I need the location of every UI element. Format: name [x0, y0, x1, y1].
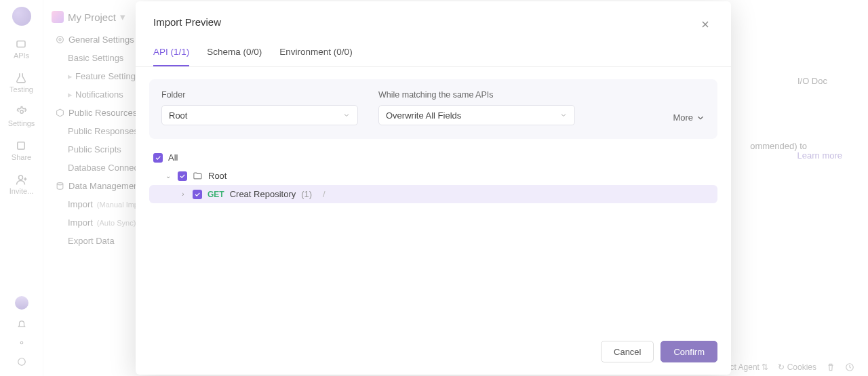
- cookies-status[interactable]: ↻ Cookies: [778, 362, 816, 372]
- more-toggle[interactable]: More: [673, 112, 705, 125]
- notifications-label: Notifications: [75, 89, 123, 100]
- app-logo: [12, 7, 31, 26]
- http-method: GET: [208, 190, 224, 199]
- api-name: Creat Repository: [230, 189, 296, 199]
- more-label: More: [673, 112, 693, 123]
- group-data-label: Data Management: [68, 181, 141, 191]
- trash-icon[interactable]: [826, 362, 835, 372]
- rail-share-label: Share: [12, 153, 31, 161]
- tree-row-root[interactable]: ⌄ Root: [149, 167, 717, 185]
- confirm-button[interactable]: Confirm: [660, 341, 717, 362]
- close-button[interactable]: [697, 16, 713, 35]
- api-path: /: [323, 189, 326, 199]
- rail-invite[interactable]: Invite...: [9, 173, 33, 195]
- import-tree: All ⌄ Root › GET Creat Repository (1) /: [149, 148, 717, 203]
- rail-settings-label: Settings: [8, 119, 35, 127]
- svg-point-3: [18, 175, 22, 180]
- rail-apis-label: APIs: [14, 51, 29, 60]
- caret-icon[interactable]: ›: [179, 190, 187, 198]
- testing-icon: [15, 72, 27, 84]
- import-manual-label: Import: [68, 199, 93, 209]
- project-name: My Project: [68, 12, 116, 23]
- database-icon: [56, 182, 64, 190]
- help-icon[interactable]: [17, 357, 26, 367]
- match-label: While matching the same APIs: [378, 90, 575, 100]
- svg-point-5: [18, 358, 25, 366]
- folder-select-value: Root: [169, 110, 187, 121]
- group-general-label: General Settings: [68, 35, 134, 45]
- recommended-text: ommended) to: [750, 141, 807, 151]
- svg-point-7: [57, 37, 64, 43]
- apis-icon: [15, 38, 27, 50]
- invite-icon: [16, 173, 28, 186]
- folder-select[interactable]: Root: [161, 105, 358, 125]
- close-icon: [700, 19, 711, 30]
- iodoc-text: I/O Doc: [797, 76, 827, 86]
- settings-icon: [16, 106, 28, 118]
- rail-testing[interactable]: Testing: [9, 72, 33, 93]
- svg-point-1: [20, 110, 23, 114]
- folder-icon: [193, 171, 203, 181]
- import-auto-label: Import: [68, 217, 93, 228]
- svg-rect-2: [18, 142, 25, 150]
- learn-more-link[interactable]: Learn more: [797, 150, 842, 161]
- gear-icon: [56, 35, 64, 44]
- cube-icon: [56, 108, 64, 117]
- folder-label: Folder: [161, 90, 358, 100]
- modal-title: Import Preview: [153, 16, 221, 28]
- import-preview-modal: Import Preview API (1/1) Schema (0/0) En…: [136, 1, 731, 375]
- import-auto-tag: (Auto Sync): [97, 219, 136, 227]
- rail-share[interactable]: Share: [12, 140, 31, 161]
- tree-row-api-item[interactable]: › GET Creat Repository (1) /: [149, 185, 717, 203]
- left-rail: APIs Testing Settings Share Invite...: [0, 0, 43, 376]
- match-select[interactable]: Overwrite All Fields: [378, 105, 575, 125]
- cookies-label: Cookies: [787, 362, 816, 372]
- match-select-value: Overwrite All Fields: [386, 110, 461, 121]
- feature-label: Feature Settings: [75, 71, 140, 81]
- check-icon: [194, 191, 201, 198]
- checkbox-root[interactable]: [178, 171, 187, 181]
- cancel-button[interactable]: Cancel: [601, 341, 654, 362]
- options-panel: Folder Root While matching the same APIs…: [149, 79, 717, 139]
- svg-point-8: [57, 183, 63, 185]
- api-count: (1): [301, 189, 312, 199]
- rail-invite-label: Invite...: [9, 187, 33, 195]
- clock-icon[interactable]: [845, 362, 854, 372]
- tab-environment[interactable]: Environment (0/0): [279, 47, 352, 66]
- gear-icon[interactable]: [17, 338, 26, 348]
- group-public-label: Public Resources: [68, 108, 137, 118]
- root-label: Root: [208, 171, 226, 181]
- checkbox-all[interactable]: [153, 153, 163, 163]
- bell-icon[interactable]: [17, 319, 26, 329]
- chevron-down-icon: [342, 111, 351, 119]
- status-bar: ect Agent ⇅ ↻ Cookies: [726, 362, 854, 372]
- chevron-down-icon: [696, 113, 705, 123]
- rail-testing-label: Testing: [9, 85, 33, 93]
- all-label: All: [168, 152, 178, 163]
- rail-apis[interactable]: APIs: [14, 38, 29, 60]
- svg-rect-0: [17, 41, 25, 47]
- modal-tabs: API (1/1) Schema (0/0) Environment (0/0): [136, 35, 731, 67]
- tab-api[interactable]: API (1/1): [153, 47, 189, 66]
- svg-point-4: [20, 341, 23, 344]
- modal-footer: Cancel Confirm: [136, 331, 731, 375]
- tree-row-all[interactable]: All: [149, 148, 717, 167]
- share-icon: [15, 140, 27, 152]
- check-icon: [179, 173, 186, 180]
- check-icon: [155, 154, 161, 161]
- chevron-down-icon: ▾: [120, 11, 125, 23]
- project-icon: [52, 11, 64, 23]
- svg-point-6: [59, 39, 61, 41]
- checkbox-item[interactable]: [193, 190, 202, 199]
- chevron-down-icon: [559, 111, 568, 119]
- agent-status[interactable]: ect Agent ⇅: [726, 362, 768, 372]
- caret-icon[interactable]: ⌄: [164, 172, 172, 180]
- rail-settings[interactable]: Settings: [8, 106, 35, 127]
- tab-schema[interactable]: Schema (0/0): [207, 47, 262, 66]
- avatar[interactable]: [15, 296, 28, 310]
